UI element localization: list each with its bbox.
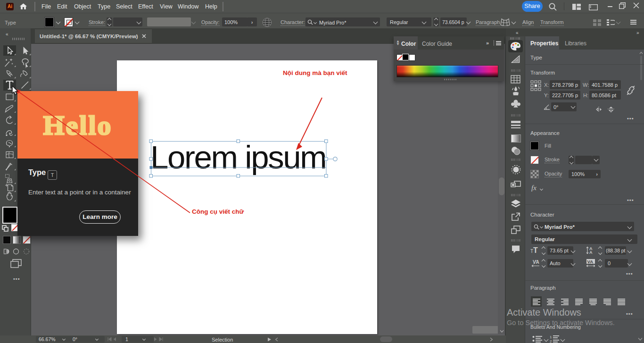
- svg-text:2: 2: [550, 339, 552, 343]
- svg-text:A: A: [589, 250, 593, 254]
- svg-text:1: 1: [550, 335, 552, 339]
- svg-text:VA: VA: [587, 259, 594, 264]
